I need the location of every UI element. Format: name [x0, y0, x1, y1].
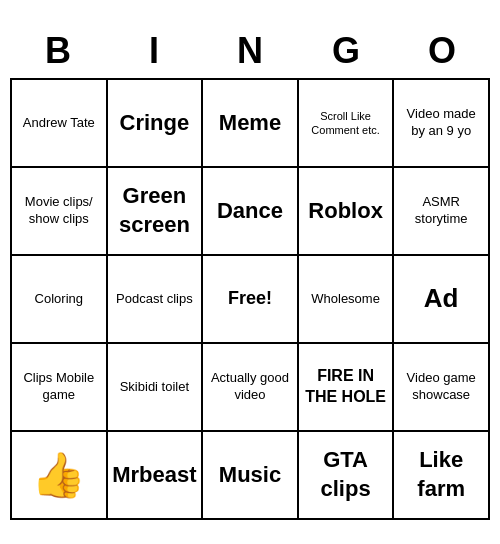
- bingo-cell-4: Video made by an 9 yo: [394, 80, 490, 168]
- bingo-cell-11: Podcast clips: [108, 256, 204, 344]
- letter-n: N: [206, 30, 294, 72]
- bingo-cell-12: Free!: [203, 256, 299, 344]
- bingo-cell-3: Scroll Like Comment etc.: [299, 80, 395, 168]
- bingo-cell-19: Video game showcase: [394, 344, 490, 432]
- letter-g: G: [302, 30, 390, 72]
- bingo-cell-15: Clips Mobile game: [12, 344, 108, 432]
- bingo-card: B I N G O Andrew TateCringeMemeScroll Li…: [10, 24, 490, 520]
- bingo-cell-7: Dance: [203, 168, 299, 256]
- bingo-grid: Andrew TateCringeMemeScroll Like Comment…: [10, 78, 490, 520]
- bingo-cell-5: Movie clips/ show clips: [12, 168, 108, 256]
- bingo-cell-9: ASMR storytime: [394, 168, 490, 256]
- bingo-cell-1: Cringe: [108, 80, 204, 168]
- thumb-icon: 👍: [31, 446, 86, 503]
- bingo-cell-8: Roblox: [299, 168, 395, 256]
- bingo-cell-16: Skibidi toilet: [108, 344, 204, 432]
- bingo-cell-0: Andrew Tate: [12, 80, 108, 168]
- bingo-cell-6: Green screen: [108, 168, 204, 256]
- bingo-cell-23: GTA clips: [299, 432, 395, 520]
- bingo-cell-22: Music: [203, 432, 299, 520]
- bingo-cell-14: Ad: [394, 256, 490, 344]
- letter-o: O: [398, 30, 486, 72]
- bingo-cell-18: FIRE IN THE HOLE: [299, 344, 395, 432]
- bingo-cell-24: Like farm: [394, 432, 490, 520]
- bingo-cell-13: Wholesome: [299, 256, 395, 344]
- bingo-cell-20: 👍: [12, 432, 108, 520]
- bingo-cell-21: Mrbeast: [108, 432, 204, 520]
- letter-b: B: [14, 30, 102, 72]
- bingo-cell-10: Coloring: [12, 256, 108, 344]
- bingo-cell-2: Meme: [203, 80, 299, 168]
- bingo-cell-17: Actually good video: [203, 344, 299, 432]
- letter-i: I: [110, 30, 198, 72]
- bingo-header: B I N G O: [10, 24, 490, 78]
